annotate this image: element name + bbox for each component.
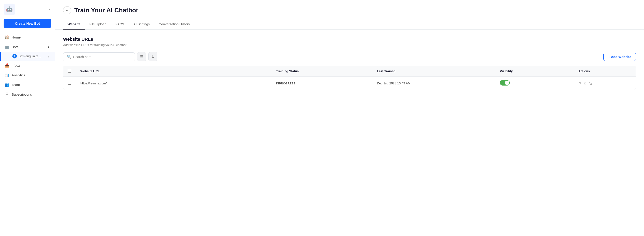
tab-file-upload[interactable]: File Upload xyxy=(85,19,111,29)
tab-ai-settings[interactable]: AI Settings xyxy=(129,19,154,29)
td-status: INPROGRESS xyxy=(272,77,372,90)
facebook-badge: f xyxy=(12,54,17,58)
td-url: https://relinns.com/ xyxy=(76,77,272,90)
team-icon: 👥 xyxy=(4,82,10,87)
search-icon: 🔍 xyxy=(67,55,72,59)
sidebar-item-label: Home xyxy=(12,35,21,39)
th-status: Training Status xyxy=(272,66,372,77)
visibility-toggle[interactable] xyxy=(500,80,510,86)
sidebar-nav: 🏠 Home 🤖 Bots ▲ f BotPenguin te... ⋮ 📥 I… xyxy=(0,32,55,233)
tab-website[interactable]: Website xyxy=(63,19,85,29)
row-checkbox[interactable] xyxy=(68,81,72,85)
inbox-label: Inbox xyxy=(12,64,20,67)
td-visibility xyxy=(496,77,574,90)
toolbar-left: 🔍 ☰ ↻ xyxy=(63,52,157,61)
th-url: Website URL xyxy=(76,66,272,77)
sidebar-item-home[interactable]: 🏠 Home xyxy=(0,32,55,42)
toolbar: 🔍 ☰ ↻ + Add Website xyxy=(63,52,636,61)
analytics-icon: 📊 xyxy=(4,73,10,78)
th-last-trained: Last Trained xyxy=(372,66,496,77)
refresh-button[interactable]: ↻ xyxy=(148,52,157,61)
page-title: Train Your AI Chatbot xyxy=(74,7,138,14)
search-box: 🔍 xyxy=(63,52,135,61)
more-options-icon[interactable]: ⋮ xyxy=(46,54,50,59)
logo: 🤖 xyxy=(4,3,15,15)
filter-button[interactable]: ☰ xyxy=(137,52,146,61)
back-button[interactable]: ← xyxy=(63,6,71,14)
section-description: Add website URLs for training your AI ch… xyxy=(63,43,636,47)
bots-icon: 🤖 xyxy=(4,45,10,49)
logo-icon: 🤖 xyxy=(6,6,13,12)
table-row: https://relinns.com/ INPROGRESS Dec 1st,… xyxy=(63,77,636,90)
sidebar: 🤖 ‹ Create New Bot 🏠 Home 🤖 Bots ▲ f Bot… xyxy=(0,0,55,236)
inbox-icon: 📥 xyxy=(4,63,10,68)
subscriptions-icon: 🖥 xyxy=(4,92,10,97)
action-icons: ↻ ⧉ 🗑 xyxy=(578,81,631,85)
bots-label: Bots xyxy=(12,45,18,49)
sidebar-item-bots[interactable]: 🤖 Bots ▲ xyxy=(0,42,55,52)
bot-sub-label: BotPenguin te... xyxy=(19,54,41,58)
sidebar-header: 🤖 ‹ xyxy=(0,3,55,19)
sidebar-item-subscriptions[interactable]: 🖥 Subscriptions xyxy=(0,90,55,99)
td-last-trained: Dec 1st, 2023 10:49 AM xyxy=(372,77,496,90)
sidebar-item-bot-sub[interactable]: f BotPenguin te... ⋮ xyxy=(0,52,55,61)
data-table: Website URL Training Status Last Trained… xyxy=(63,66,636,90)
table-body: https://relinns.com/ INPROGRESS Dec 1st,… xyxy=(63,77,636,90)
delete-icon[interactable]: 🗑 xyxy=(589,81,592,85)
main-content: ← Train Your AI Chatbot Website File Upl… xyxy=(55,0,644,236)
search-input[interactable] xyxy=(73,55,131,59)
sidebar-item-inbox[interactable]: 📥 Inbox xyxy=(0,61,55,70)
sidebar-item-team[interactable]: 👥 Team xyxy=(0,80,55,90)
main-header: ← Train Your AI Chatbot xyxy=(55,0,644,19)
copy-icon[interactable]: ⧉ xyxy=(584,81,586,85)
subscriptions-label: Subscriptions xyxy=(12,93,32,96)
table-header: Website URL Training Status Last Trained… xyxy=(63,66,636,77)
content-area: Website URLs Add website URLs for traini… xyxy=(55,29,644,236)
chevron-up-icon: ▲ xyxy=(47,45,50,49)
th-checkbox xyxy=(63,66,76,77)
team-label: Team xyxy=(12,83,20,87)
section-title: Website URLs xyxy=(63,37,636,42)
toggle-slider xyxy=(500,80,510,86)
create-new-bot-button[interactable]: Create New Bot xyxy=(4,19,51,28)
analytics-label: Analytics xyxy=(12,73,25,77)
td-checkbox xyxy=(63,77,76,90)
collapse-button[interactable]: ‹ xyxy=(48,7,51,12)
retrain-icon[interactable]: ↻ xyxy=(578,81,581,85)
select-all-checkbox[interactable] xyxy=(68,69,72,73)
th-actions: Actions xyxy=(574,66,636,77)
website-urls-table: Website URL Training Status Last Trained… xyxy=(63,66,636,90)
th-visibility: Visibility xyxy=(496,66,574,77)
status-badge: INPROGRESS xyxy=(276,82,296,85)
tab-conversation-history[interactable]: Conversation History xyxy=(154,19,194,29)
filter-icon: ☰ xyxy=(140,55,143,59)
tab-faqs[interactable]: FAQ's xyxy=(111,19,129,29)
td-actions: ↻ ⧉ 🗑 xyxy=(574,77,636,90)
refresh-icon: ↻ xyxy=(152,55,154,59)
home-icon: 🏠 xyxy=(4,35,10,40)
tab-bar: Website File Upload FAQ's AI Settings Co… xyxy=(55,19,644,29)
sidebar-item-analytics[interactable]: 📊 Analytics xyxy=(0,70,55,80)
add-website-button[interactable]: + Add Website xyxy=(603,53,636,61)
